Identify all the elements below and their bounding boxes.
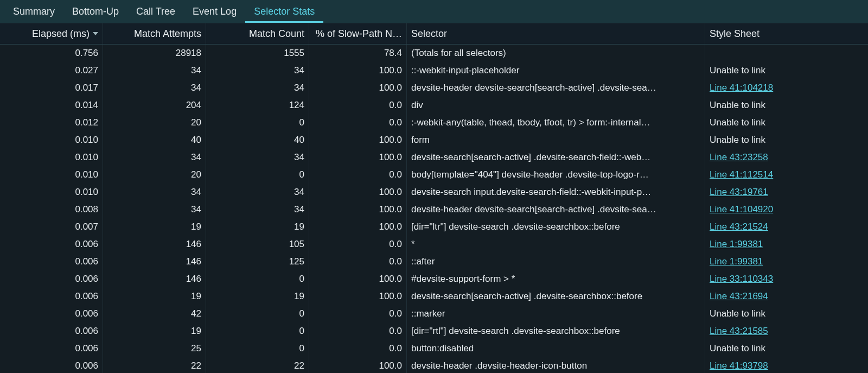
- table-row[interactable]: 0.0083434100.0devsite-header devsite-sea…: [0, 201, 868, 218]
- table-row[interactable]: 0.0102000.0body[template="404"] devsite-…: [0, 166, 868, 184]
- cell-style-sheet: Line 43:21585: [705, 323, 868, 340]
- table-row[interactable]: 0.0071919100.0[dir="ltr"] devsite-search…: [0, 218, 868, 236]
- style-sheet-link[interactable]: Line 43:21585: [710, 326, 768, 337]
- cell-match-count: 105: [206, 236, 309, 253]
- col-header-match-count[interactable]: Match Count: [206, 23, 309, 44]
- cell-style-sheet: Line 41:93798: [705, 357, 868, 373]
- cell-match-count: 19: [206, 218, 309, 236]
- cell-style-sheet: Line 1:99381: [705, 253, 868, 270]
- detail-tabstrip: Summary Bottom-Up Call Tree Event Log Se…: [0, 0, 868, 23]
- cell-style-sheet: Unable to link: [705, 305, 868, 323]
- cell-match-count: 1555: [206, 45, 309, 62]
- col-header-slow-path[interactable]: % of Slow-Path N…: [309, 23, 407, 44]
- table-row[interactable]: 0.0061461250.0::afterLine 1:99381: [0, 253, 868, 270]
- cell-selector: #devsite-support-form > *: [407, 270, 705, 288]
- table-row[interactable]: 0.0062222100.0devsite-header .devsite-he…: [0, 357, 868, 373]
- cell-match-count: 0: [206, 305, 309, 323]
- tab-summary[interactable]: Summary: [4, 0, 63, 23]
- cell-slow-path: 100.0: [309, 62, 407, 79]
- cell-match-attempts: 19: [103, 323, 206, 340]
- style-sheet-link[interactable]: Line 41:104218: [710, 83, 773, 93]
- table-row[interactable]: 0.0142041240.0divUnable to link: [0, 97, 868, 114]
- cell-slow-path: 0.0: [309, 114, 407, 131]
- table-row[interactable]: 0.0122000.0:-webkit-any(table, thead, tb…: [0, 114, 868, 131]
- table-row[interactable]: 0.0062500.0button:disabledUnable to link: [0, 340, 868, 357]
- table-row[interactable]: 0.0061461050.0*Line 1:99381: [0, 236, 868, 253]
- tab-call-tree[interactable]: Call Tree: [127, 0, 184, 23]
- table-row[interactable]: 0.0061919100.0devsite-search[search-acti…: [0, 288, 868, 305]
- table-row[interactable]: 0.0273434100.0::-webkit-input-placeholde…: [0, 62, 868, 79]
- cell-selector: [dir="ltr"] devsite-search .devsite-sear…: [407, 218, 705, 236]
- style-sheet-link[interactable]: Line 43:21694: [710, 291, 768, 302]
- table-row[interactable]: 0.0061460100.0#devsite-support-form > *L…: [0, 270, 868, 288]
- tab-selector-stats[interactable]: Selector Stats: [245, 0, 323, 23]
- cell-selector: ::marker: [407, 305, 705, 323]
- table-row[interactable]: 0.75628918155578.4(Totals for all select…: [0, 45, 868, 62]
- cell-slow-path: 0.0: [309, 340, 407, 357]
- cell-elapsed: 0.006: [0, 270, 103, 288]
- style-sheet-link[interactable]: Line 1:99381: [710, 256, 763, 267]
- cell-elapsed: 0.027: [0, 62, 103, 79]
- cell-elapsed: 0.012: [0, 114, 103, 131]
- cell-style-sheet: Unable to link: [705, 62, 868, 79]
- cell-match-count: 22: [206, 357, 309, 373]
- cell-match-attempts: 25: [103, 340, 206, 357]
- cell-match-count: 34: [206, 62, 309, 79]
- style-sheet-link[interactable]: Line 43:19761: [710, 187, 768, 198]
- cell-selector: form: [407, 131, 705, 149]
- style-sheet-link[interactable]: Line 33:110343: [710, 274, 773, 285]
- cell-style-sheet: Unable to link: [705, 114, 868, 131]
- cell-elapsed: 0.006: [0, 357, 103, 373]
- col-header-selector[interactable]: Selector: [407, 23, 705, 44]
- table-row[interactable]: 0.0173434100.0devsite-header devsite-sea…: [0, 79, 868, 97]
- cell-match-attempts: 34: [103, 79, 206, 97]
- cell-elapsed: 0.007: [0, 218, 103, 236]
- cell-match-count: 0: [206, 270, 309, 288]
- cell-match-count: 0: [206, 323, 309, 340]
- cell-elapsed: 0.006: [0, 305, 103, 323]
- cell-slow-path: 100.0: [309, 79, 407, 97]
- sort-descending-icon: [93, 32, 98, 35]
- style-sheet-link[interactable]: Line 41:104920: [710, 204, 773, 215]
- cell-slow-path: 100.0: [309, 131, 407, 149]
- cell-style-sheet: Unable to link: [705, 340, 868, 357]
- style-sheet-link[interactable]: Line 1:99381: [710, 239, 763, 250]
- table-row[interactable]: 0.0064200.0::markerUnable to link: [0, 305, 868, 323]
- cell-selector: :-webkit-any(table, thead, tbody, tfoot,…: [407, 114, 705, 131]
- cell-elapsed: 0.006: [0, 323, 103, 340]
- cell-match-count: 40: [206, 131, 309, 149]
- cell-slow-path: 100.0: [309, 357, 407, 373]
- table-header-row: Elapsed (ms) Match Attempts Match Count …: [0, 23, 868, 45]
- cell-slow-path: 0.0: [309, 305, 407, 323]
- cell-match-count: 124: [206, 97, 309, 114]
- cell-elapsed: 0.010: [0, 131, 103, 149]
- style-sheet-link[interactable]: Line 43:23258: [710, 152, 768, 163]
- style-sheet-link[interactable]: Line 41:112514: [710, 169, 773, 180]
- cell-match-attempts: 19: [103, 288, 206, 305]
- cell-elapsed: 0.017: [0, 79, 103, 97]
- tab-event-log[interactable]: Event Log: [184, 0, 245, 23]
- table-row[interactable]: 0.0103434100.0devsite-search input.devsi…: [0, 184, 868, 201]
- col-header-style-sheet[interactable]: Style Sheet: [705, 23, 868, 44]
- cell-slow-path: 100.0: [309, 201, 407, 218]
- col-header-match-attempts[interactable]: Match Attempts: [103, 23, 206, 44]
- col-header-elapsed[interactable]: Elapsed (ms): [0, 23, 103, 44]
- cell-match-attempts: 204: [103, 97, 206, 114]
- cell-elapsed: 0.010: [0, 166, 103, 184]
- table-row[interactable]: 0.0103434100.0devsite-search[search-acti…: [0, 149, 868, 166]
- cell-match-count: 125: [206, 253, 309, 270]
- cell-style-sheet: Line 41:104920: [705, 201, 868, 218]
- table-row[interactable]: 0.0061900.0[dir="rtl"] devsite-search .d…: [0, 323, 868, 340]
- tab-bottom-up[interactable]: Bottom-Up: [63, 0, 127, 23]
- cell-style-sheet: Line 41:104218: [705, 79, 868, 97]
- style-sheet-link[interactable]: Line 41:93798: [710, 361, 768, 371]
- cell-elapsed: 0.006: [0, 340, 103, 357]
- style-sheet-link[interactable]: Line 43:21524: [710, 222, 768, 232]
- cell-selector: devsite-search input.devsite-search-fiel…: [407, 184, 705, 201]
- cell-elapsed: 0.010: [0, 184, 103, 201]
- cell-elapsed: 0.006: [0, 288, 103, 305]
- table-row[interactable]: 0.0104040100.0formUnable to link: [0, 131, 868, 149]
- cell-selector: ::-webkit-input-placeholder: [407, 62, 705, 79]
- cell-match-attempts: 34: [103, 62, 206, 79]
- cell-selector: devsite-search[search-active] .devsite-s…: [407, 288, 705, 305]
